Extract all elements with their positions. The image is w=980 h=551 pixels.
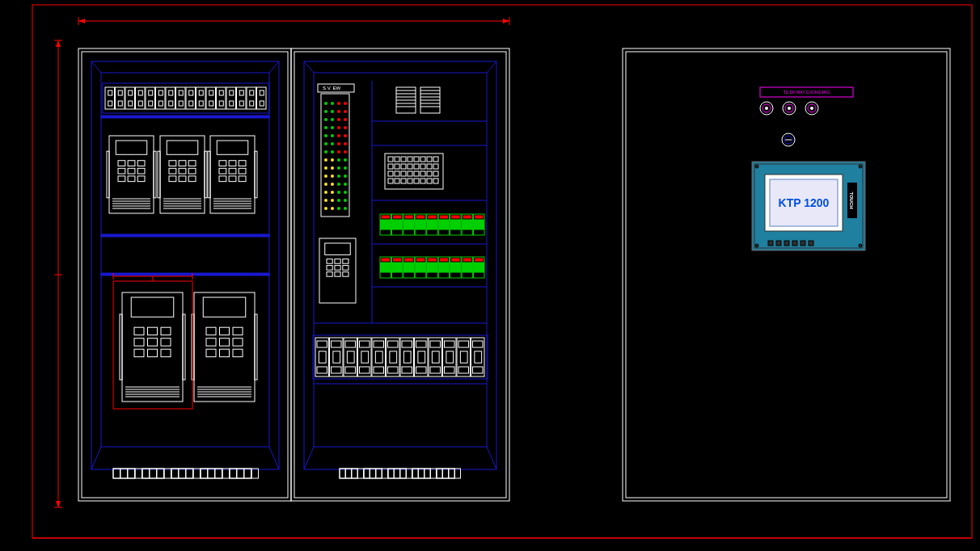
svg-rect-295 <box>433 164 438 169</box>
svg-rect-142 <box>120 314 122 380</box>
svg-line-196 <box>304 447 314 469</box>
svg-rect-419 <box>458 341 469 347</box>
svg-rect-78 <box>118 176 125 182</box>
svg-rect-437 <box>388 469 407 478</box>
svg-rect-344 <box>392 273 401 277</box>
svg-rect-145 <box>203 297 246 317</box>
svg-rect-50 <box>199 101 203 106</box>
svg-rect-430 <box>358 469 364 478</box>
svg-rect-307 <box>408 179 412 183</box>
svg-rect-77 <box>137 168 145 174</box>
svg-point-232 <box>331 175 334 178</box>
svg-rect-293 <box>420 164 425 169</box>
svg-rect-347 <box>404 273 413 277</box>
svg-rect-423 <box>473 341 484 347</box>
svg-rect-182 <box>201 469 208 478</box>
svg-rect-90 <box>169 161 176 166</box>
svg-rect-146 <box>206 327 216 334</box>
svg-rect-365 <box>475 273 484 277</box>
svg-rect-341 <box>381 273 390 277</box>
svg-rect-439 <box>400 469 406 478</box>
svg-point-218 <box>324 175 327 178</box>
svg-rect-15 <box>101 73 269 447</box>
svg-rect-290 <box>401 164 406 169</box>
svg-rect-291 <box>408 164 412 169</box>
svg-rect-114 <box>219 176 226 182</box>
svg-rect-87 <box>154 151 156 198</box>
svg-rect-361 <box>463 258 471 262</box>
svg-point-254 <box>344 126 347 129</box>
svg-rect-95 <box>188 168 196 174</box>
svg-rect-187 <box>230 469 237 478</box>
svg-rect-12 <box>623 48 950 501</box>
svg-rect-143 <box>183 314 185 380</box>
svg-rect-110 <box>239 161 246 166</box>
svg-rect-326 <box>428 230 437 234</box>
svg-rect-385 <box>333 351 340 363</box>
svg-point-244 <box>337 158 340 162</box>
svg-rect-421 <box>460 351 467 363</box>
svg-rect-135 <box>148 349 158 356</box>
svg-rect-188 <box>230 469 251 478</box>
svg-rect-396 <box>374 367 384 373</box>
svg-rect-302 <box>427 171 432 176</box>
svg-point-212 <box>324 126 327 129</box>
svg-rect-338 <box>475 230 484 234</box>
svg-rect-323 <box>416 230 425 234</box>
svg-rect-129 <box>148 327 158 334</box>
svg-rect-389 <box>347 351 354 363</box>
svg-rect-178 <box>171 469 193 478</box>
svg-point-210 <box>324 110 327 113</box>
svg-point-249 <box>337 199 340 202</box>
svg-rect-69 <box>101 116 269 118</box>
svg-rect-153 <box>220 349 230 356</box>
svg-rect-38 <box>158 101 163 106</box>
svg-rect-149 <box>206 339 216 346</box>
svg-rect-134 <box>134 349 144 356</box>
svg-rect-427 <box>340 469 358 478</box>
svg-rect-125 <box>101 273 269 276</box>
svg-rect-76 <box>128 168 135 174</box>
svg-rect-381 <box>319 351 326 363</box>
svg-rect-113 <box>239 168 246 174</box>
svg-point-233 <box>331 183 334 186</box>
svg-rect-123 <box>255 151 257 198</box>
svg-rect-392 <box>360 367 370 373</box>
svg-rect-450 <box>455 469 461 478</box>
svg-rect-75 <box>118 168 125 174</box>
svg-rect-391 <box>360 341 370 347</box>
svg-rect-412 <box>430 367 441 373</box>
svg-line-17 <box>269 61 279 73</box>
svg-rect-375 <box>335 272 340 277</box>
svg-rect-400 <box>388 367 399 373</box>
svg-rect-436 <box>388 469 394 478</box>
svg-rect-353 <box>428 273 437 277</box>
svg-point-245 <box>337 166 340 170</box>
svg-rect-71 <box>116 141 147 154</box>
svg-line-195 <box>487 61 496 73</box>
svg-text:TU DK MAY CUONGANG: TU DK MAY CUONGANG <box>784 90 830 95</box>
svg-rect-89 <box>167 141 198 154</box>
svg-point-223 <box>331 102 334 105</box>
svg-rect-67 <box>260 90 264 95</box>
svg-rect-31 <box>138 90 142 95</box>
svg-rect-388 <box>345 367 356 373</box>
svg-rect-372 <box>335 266 340 271</box>
svg-point-255 <box>344 134 347 137</box>
svg-rect-449 <box>449 469 454 478</box>
svg-rect-431 <box>364 469 370 478</box>
svg-rect-116 <box>239 176 246 182</box>
svg-rect-317 <box>392 230 401 234</box>
svg-rect-171 <box>135 469 142 478</box>
svg-point-213 <box>324 134 327 137</box>
svg-rect-475 <box>809 241 813 246</box>
svg-point-242 <box>337 142 340 145</box>
svg-rect-281 <box>395 157 399 162</box>
svg-point-251 <box>344 102 347 105</box>
svg-rect-473 <box>792 241 797 246</box>
svg-rect-470 <box>768 241 773 246</box>
svg-rect-147 <box>220 327 230 334</box>
svg-rect-329 <box>439 230 448 234</box>
svg-rect-152 <box>206 349 216 356</box>
svg-rect-128 <box>134 327 144 334</box>
